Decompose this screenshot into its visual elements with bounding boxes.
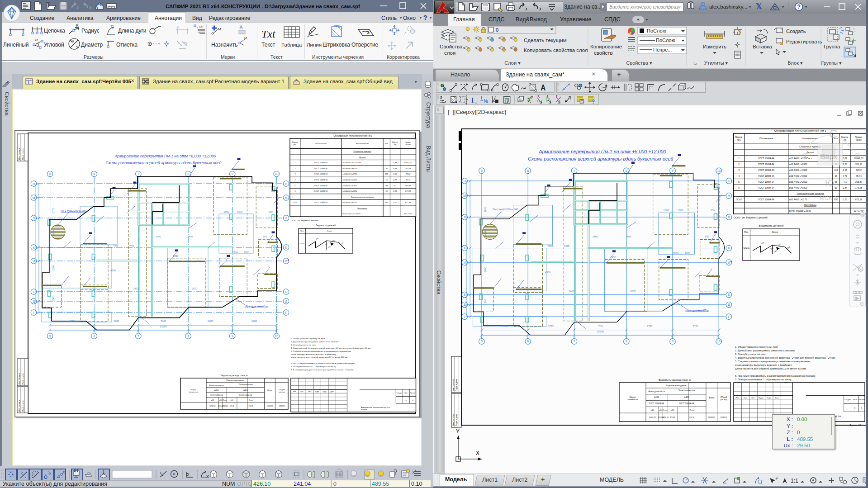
svg-text:2850: 2850 — [52, 265, 55, 270]
svg-text:6480: 6480 — [647, 324, 652, 327]
svg-text:393,87: 393,87 — [855, 180, 863, 183]
svg-text:301,08: 301,08 — [855, 163, 863, 166]
svg-text:этажом: этажом — [361, 408, 367, 410]
svg-text:3: 3 — [738, 169, 740, 171]
svg-text:Дата: Дата — [330, 391, 334, 393]
svg-text:Цепочка: Цепочка — [44, 28, 65, 34]
svg-text:7455: 7455 — [547, 245, 553, 247]
svg-text:13283,53: 13283,53 — [721, 417, 727, 418]
svg-text:X: X — [476, 450, 479, 456]
svg-text:Итого: Итого — [249, 399, 253, 401]
svg-text:6480: 6480 — [251, 320, 257, 322]
svg-text:1950: 1950 — [685, 252, 690, 255]
svg-text:Поз.: Поз. — [300, 230, 304, 232]
svg-text:И: И — [33, 260, 35, 263]
svg-text:36: 36 — [385, 167, 388, 170]
svg-text:1: 1 — [738, 157, 740, 160]
svg-text:7: 7 — [138, 172, 139, 175]
svg-text:Кол.: Кол. — [300, 391, 304, 393]
svg-text:Бетон класса С16/20: Бетон класса С16/20 — [342, 213, 360, 215]
svg-text:Диаметр: Диаметр — [81, 42, 103, 48]
svg-text:ø16 А400 L=6300: ø16 А400 L=6300 — [789, 163, 807, 166]
svg-text:5. Стержни основного армирован: 5. Стержни основного армирования устанав… — [291, 350, 351, 352]
svg-text:Радиус: Радиус — [81, 28, 100, 34]
svg-text:7. Позиции помеченные * - обра: 7. Позиции помеченные * - образмерить по… — [735, 378, 792, 381]
svg-text:13283,53: 13283,53 — [708, 417, 715, 418]
svg-text:Армирование перекрытия Пм-1 на: Армирование перекрытия Пм-1 на отм.+6,00… — [114, 154, 216, 158]
svg-text:5200: 5200 — [52, 230, 55, 236]
svg-text:6480: 6480 — [208, 320, 213, 322]
svg-text:элементов: элементов — [189, 391, 198, 393]
svg-text:№: № — [484, 98, 488, 104]
svg-text:Материалы: Материалы — [357, 207, 367, 209]
svg-text:обрезать по месту: обрезать по месту — [686, 309, 709, 312]
svg-text:Утилиты ▾: Утилиты ▾ — [704, 60, 728, 66]
svg-text:5200: 5200 — [484, 230, 487, 236]
svg-text:длина нахлеста для стержней ди: длина нахлеста для стержней диаметром 12… — [735, 367, 806, 370]
svg-text:2070: 2070 — [52, 208, 55, 213]
svg-text:Изм.: Изм. — [735, 397, 740, 399]
svg-text:Ведомость деталей: Ведомость деталей — [316, 224, 336, 227]
svg-text:Дата: Дата — [775, 397, 779, 399]
svg-text:Лист: Лист — [308, 391, 312, 393]
svg-text:726,2: 726,2 — [406, 173, 411, 175]
svg-text:Инв. № подл.: Инв. № подл. — [18, 400, 20, 412]
svg-text:671,38: 671,38 — [248, 405, 253, 407]
svg-text:Арматура класса: Арматура класса — [209, 384, 224, 386]
svg-text:Верх: Верх — [820, 152, 838, 161]
svg-text:5: 5 — [49, 335, 51, 338]
svg-text:Спецификация плиты монолитной: Спецификация плиты монолитной Пм-1 — [333, 134, 372, 137]
svg-text:Г: Г — [285, 311, 287, 314]
svg-text:чание: чание — [856, 138, 862, 141]
svg-text:Формат А2: Формат А2 — [849, 424, 861, 426]
svg-text:6480: 6480 — [693, 324, 698, 327]
svg-text:6: 6 — [527, 340, 529, 343]
svg-text:2,84: 2,84 — [394, 190, 398, 192]
svg-text:ø10: ø10 — [230, 399, 233, 401]
svg-text:2. Данный лист рассматривать: 2. Данный лист рассматривать совместно с… — [291, 341, 339, 343]
svg-text:0,89: 0,89 — [394, 161, 398, 164]
svg-text:Итого: Итого — [223, 399, 227, 401]
svg-text:№док.: №док. — [759, 397, 764, 399]
svg-text:1500: 1500 — [52, 296, 55, 301]
svg-text:13283,53: 13283,53 — [267, 405, 273, 407]
svg-text:В: В — [855, 152, 860, 161]
svg-text:М: М — [727, 194, 730, 197]
svg-text:75,74: 75,74 — [856, 175, 862, 177]
svg-text:6: 6 — [527, 169, 529, 172]
svg-text:671,38: 671,38 — [855, 198, 863, 201]
svg-text:ОСн1 - см. Ведомость деталей: ОСн1 - см. Ведомость деталей — [291, 219, 318, 222]
svg-text:Подп. и дата: Подп. и дата — [455, 413, 458, 426]
svg-text:⌀: ⌀ — [71, 39, 74, 43]
svg-text:Детали: Детали — [359, 156, 365, 158]
svg-text:расход: расход — [279, 391, 285, 393]
svg-text:4. Защитный слой бетона для ни: 4. Защитный слой бетона для нижней армат… — [735, 356, 835, 359]
svg-text:0: 0 — [854, 407, 855, 410]
svg-text:ГОСТ 10884-94: ГОСТ 10884-94 — [314, 161, 328, 164]
svg-text:6480: 6480 — [502, 324, 508, 327]
svg-text:стыки арматуры выполнять внахл: стыки арматуры выполнять внахлест и враз… — [291, 353, 337, 355]
svg-text:500: 500 — [263, 235, 267, 238]
svg-text:Свойства: Свойства — [440, 44, 463, 49]
svg-text:1:1: 1:1 — [791, 478, 798, 484]
svg-text:Н: Н — [464, 180, 466, 183]
svg-text:Листов: Листов — [859, 398, 865, 401]
svg-text:393,87: 393,87 — [405, 185, 411, 187]
svg-text:Вставка: Вставка — [753, 44, 772, 49]
svg-text:A: A — [240, 25, 242, 29]
svg-text:Е: Е — [33, 290, 35, 294]
svg-text:Технологическая: Технологическая — [678, 389, 695, 392]
svg-text:5. Стержни основного армирован: 5. Стержни основного армирования устанав… — [735, 360, 811, 363]
svg-text:Всего: Всего — [267, 389, 272, 391]
svg-text:6: 6 — [738, 186, 740, 189]
svg-text:Линия: Линия — [307, 42, 322, 47]
svg-text:2670: 2670 — [630, 290, 636, 293]
svg-text:118: 118 — [385, 173, 388, 175]
svg-text:ГОСТ 10884-94: ГОСТ 10884-94 — [759, 157, 775, 160]
svg-text:ГОСТ 10884-94: ГОСТ 10884-94 — [759, 169, 775, 171]
svg-text:6480: 6480 — [69, 320, 75, 322]
svg-text:Подп. и дата: Подп. и дата — [22, 373, 24, 384]
svg-text:Длина дуги: Длина дуги — [118, 28, 147, 34]
svg-text:ø12 А400 L=12325м.п.: ø12 А400 L=12325м.п. — [789, 157, 813, 160]
svg-text:I: I — [471, 95, 474, 104]
